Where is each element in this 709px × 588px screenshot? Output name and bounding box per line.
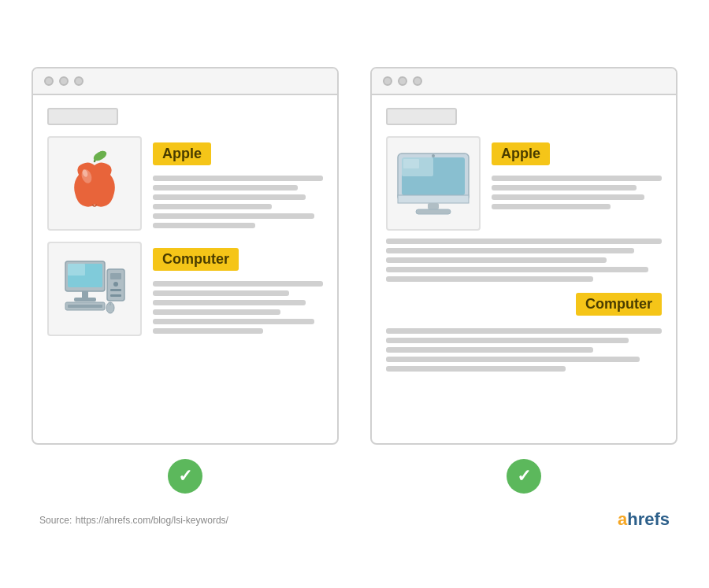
source-label: Source: bbox=[39, 515, 72, 526]
line bbox=[153, 328, 263, 334]
checks-row: ✓ ✓ bbox=[0, 459, 709, 494]
line bbox=[153, 309, 280, 315]
svg-rect-24 bbox=[416, 209, 451, 214]
right-address-bar bbox=[386, 108, 457, 125]
line bbox=[386, 366, 566, 372]
line bbox=[492, 176, 662, 181]
left-apple-image bbox=[47, 136, 142, 231]
left-apple-lines bbox=[153, 176, 323, 228]
line bbox=[492, 194, 644, 200]
line bbox=[386, 276, 593, 282]
svg-rect-11 bbox=[110, 289, 121, 291]
line bbox=[153, 204, 272, 209]
left-apple-badge: Apple bbox=[153, 142, 211, 165]
right-check-container: ✓ bbox=[370, 459, 677, 494]
apple-fruit-icon bbox=[63, 150, 126, 216]
ahrefs-logo-a: a bbox=[618, 509, 627, 529]
left-check-circle: ✓ bbox=[168, 459, 202, 494]
left-item-computer: Computer bbox=[47, 242, 323, 336]
dot-2 bbox=[59, 76, 69, 86]
browsers-row: Apple bbox=[0, 67, 709, 445]
svg-rect-7 bbox=[74, 298, 96, 301]
right-computer-badge: Computer bbox=[576, 293, 662, 316]
svg-rect-20 bbox=[403, 159, 419, 168]
line bbox=[386, 357, 640, 362]
footer: Source: https://ahrefs.com/blog/lsi-keyw… bbox=[0, 500, 709, 530]
line bbox=[386, 267, 648, 272]
line bbox=[153, 290, 289, 296]
svg-point-22 bbox=[432, 154, 435, 157]
svg-rect-6 bbox=[82, 291, 88, 298]
right-apple-right: Apple bbox=[492, 136, 662, 209]
right-imac-image bbox=[386, 136, 481, 231]
line bbox=[386, 239, 662, 244]
right-check-circle: ✓ bbox=[507, 459, 541, 494]
line bbox=[492, 204, 611, 209]
right-bottom-lines bbox=[386, 328, 662, 372]
svg-rect-21 bbox=[398, 195, 469, 203]
dot-6 bbox=[413, 76, 422, 86]
right-apple-badge: Apple bbox=[492, 142, 550, 165]
right-item-imac: Apple bbox=[386, 136, 662, 231]
right-middle-lines bbox=[386, 239, 662, 282]
source-url: https://ahrefs.com/blog/lsi-keywords/ bbox=[76, 515, 228, 526]
line bbox=[492, 185, 637, 190]
left-checkmark-icon: ✓ bbox=[178, 468, 192, 485]
line bbox=[386, 248, 634, 253]
left-address-bar bbox=[47, 108, 118, 125]
ahrefs-logo: ahrefs bbox=[618, 509, 670, 530]
left-browser: Apple bbox=[32, 67, 339, 445]
ahrefs-logo-rest: hrefs bbox=[627, 509, 670, 529]
svg-rect-5 bbox=[68, 264, 85, 276]
left-computer-lines bbox=[153, 281, 323, 334]
right-browser-bar bbox=[372, 68, 676, 95]
left-computer-image bbox=[47, 242, 142, 336]
svg-rect-14 bbox=[68, 305, 102, 308]
right-checkmark-icon: ✓ bbox=[517, 468, 531, 485]
desktop-computer-icon bbox=[61, 257, 128, 320]
left-browser-content: Apple bbox=[33, 95, 337, 360]
line bbox=[153, 281, 323, 287]
right-apple-lines bbox=[492, 176, 662, 209]
left-check-container: ✓ bbox=[32, 459, 339, 494]
line bbox=[386, 347, 593, 353]
line bbox=[386, 328, 662, 334]
left-apple-right: Apple bbox=[153, 136, 323, 228]
right-browser: Apple bbox=[370, 67, 677, 445]
line bbox=[153, 223, 255, 228]
line bbox=[153, 176, 323, 181]
svg-rect-9 bbox=[110, 273, 121, 279]
left-browser-bar bbox=[33, 68, 337, 95]
left-computer-right: Computer bbox=[153, 242, 323, 334]
svg-rect-23 bbox=[428, 203, 439, 209]
right-browser-content: Apple bbox=[372, 95, 676, 384]
line bbox=[153, 319, 314, 324]
left-item-apple: Apple bbox=[47, 136, 323, 231]
line bbox=[153, 194, 306, 200]
svg-rect-12 bbox=[110, 294, 121, 297]
dot-3 bbox=[74, 76, 84, 86]
dot-4 bbox=[383, 76, 392, 86]
left-computer-badge: Computer bbox=[153, 248, 239, 271]
line bbox=[153, 213, 314, 219]
imac-icon bbox=[394, 150, 473, 216]
right-computer-badge-row: Computer bbox=[386, 293, 662, 320]
svg-point-10 bbox=[113, 282, 118, 287]
line bbox=[153, 300, 306, 305]
source-container: Source: https://ahrefs.com/blog/lsi-keyw… bbox=[39, 512, 228, 527]
dot-5 bbox=[398, 76, 407, 86]
main-container: Apple bbox=[0, 51, 709, 538]
line bbox=[386, 338, 629, 343]
line bbox=[153, 185, 298, 190]
line bbox=[386, 257, 607, 263]
dot-1 bbox=[44, 76, 54, 86]
